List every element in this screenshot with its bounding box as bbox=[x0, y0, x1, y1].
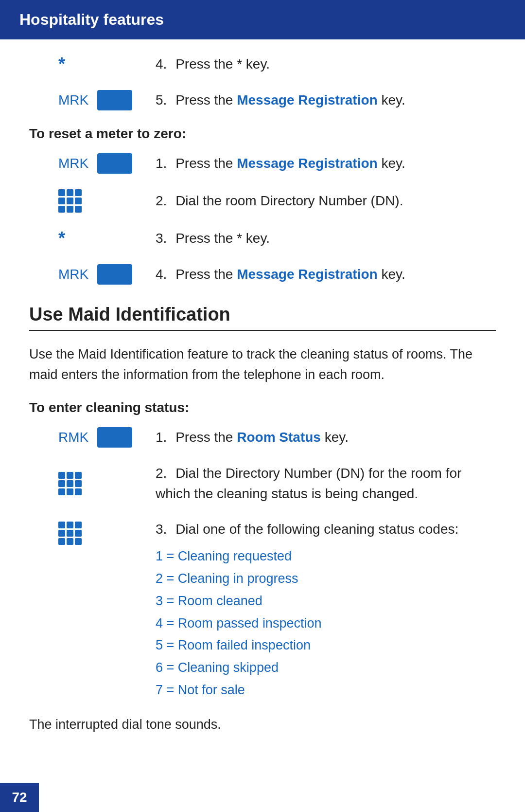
cleaning-icon-3 bbox=[29, 522, 156, 545]
step-text-4: 4. Press the * key. bbox=[156, 54, 496, 73]
reset-step-3: * 3. Press the * key. bbox=[29, 228, 496, 249]
reset-number-2: 2. bbox=[156, 193, 167, 208]
cleaning-heading: To enter cleaning status: bbox=[29, 400, 496, 415]
page-number: 72 bbox=[12, 790, 27, 805]
mrk-label-r4: MRK bbox=[58, 267, 88, 282]
main-content: * 4. Press the * key. MRK 5. Press the M… bbox=[0, 54, 525, 761]
reset-text-4: 4. Press the Message Registration key. bbox=[156, 265, 496, 284]
reset-text-2: 2. Dial the room Directory Number (DN). bbox=[156, 191, 496, 210]
cleaning-number-2: 2. bbox=[156, 466, 167, 481]
cleaning-step-1: RMK 1. Press the Room Status key. bbox=[29, 427, 496, 448]
reset-number-1: 1. bbox=[156, 156, 167, 171]
reset-icon-3: * bbox=[29, 228, 156, 249]
room-status-bold: Room Status bbox=[237, 430, 321, 445]
cleaning-text-2: 2. Dial the Directory Number (DN) for th… bbox=[156, 463, 496, 504]
step-row-star-4: * 4. Press the * key. bbox=[29, 54, 496, 74]
status-item-7: 7 = Not for sale bbox=[156, 679, 496, 702]
step-number-4: 4. bbox=[156, 56, 167, 72]
step-icon-mrk5: MRK bbox=[29, 90, 156, 110]
reset-step-2: 2. Dial the room Directory Number (DN). bbox=[29, 189, 496, 213]
status-code-list: 1 = Cleaning requested 2 = Cleaning in p… bbox=[156, 545, 496, 702]
status-item-2: 2 = Cleaning in progress bbox=[156, 568, 496, 590]
star-icon: * bbox=[58, 54, 65, 74]
reset-icon-1: MRK bbox=[29, 153, 156, 174]
status-item-5: 5 = Room failed inspection bbox=[156, 634, 496, 657]
cleaning-icon-2 bbox=[29, 472, 156, 495]
cleaning-text-1: 1. Press the Room Status key. bbox=[156, 428, 496, 447]
blue-button-c1 bbox=[97, 427, 132, 448]
blue-button-r4 bbox=[97, 264, 132, 285]
star-icon-r3: * bbox=[58, 228, 65, 249]
interrupted-tone-text: The interrupted dial tone sounds. bbox=[29, 717, 496, 732]
reset-icon-4: MRK bbox=[29, 264, 156, 285]
cleaning-number-1: 1. bbox=[156, 430, 167, 445]
blue-button-r1 bbox=[97, 153, 132, 174]
keypad-icon-c3 bbox=[58, 522, 82, 545]
reset-heading: To reset a meter to zero: bbox=[29, 126, 496, 142]
maid-main-heading: Use Maid Identification bbox=[29, 304, 496, 331]
mrk-label-r1: MRK bbox=[58, 156, 88, 171]
msg-reg-bold-r1: Message Registration bbox=[237, 156, 377, 171]
cleaning-number-3: 3. bbox=[156, 522, 167, 537]
header-title: Hospitality features bbox=[19, 11, 164, 28]
page-footer: 72 bbox=[0, 783, 39, 812]
reset-step-4: MRK 4. Press the Message Registration ke… bbox=[29, 264, 496, 285]
maid-description: Use the Maid Identification feature to t… bbox=[29, 344, 496, 385]
step-icon-star: * bbox=[29, 54, 156, 74]
keypad-icon-r2 bbox=[58, 189, 82, 213]
status-item-1: 1 = Cleaning requested bbox=[156, 545, 496, 568]
mrk-label-5: MRK bbox=[58, 92, 88, 108]
cleaning-text-3: 3. Dial one of the following cleaning st… bbox=[156, 520, 496, 702]
cleaning-step-3: 3. Dial one of the following cleaning st… bbox=[29, 520, 496, 702]
step-text-5: 5. Press the Message Registration key. bbox=[156, 90, 496, 109]
rmk-label-1: RMK bbox=[58, 430, 88, 445]
blue-button-5 bbox=[97, 90, 132, 110]
msg-reg-bold-r4: Message Registration bbox=[237, 267, 377, 282]
cleaning-step-2: 2. Dial the Directory Number (DN) for th… bbox=[29, 463, 496, 504]
header-bar: Hospitality features bbox=[0, 0, 525, 39]
reset-text-3: 3. Press the * key. bbox=[156, 229, 496, 248]
msg-reg-bold-5: Message Registration bbox=[237, 92, 377, 108]
reset-text-1: 1. Press the Message Registration key. bbox=[156, 154, 496, 173]
status-item-4: 4 = Room passed inspection bbox=[156, 613, 496, 635]
reset-icon-2 bbox=[29, 189, 156, 213]
reset-number-4: 4. bbox=[156, 267, 167, 282]
step-row-mrk-5: MRK 5. Press the Message Registration ke… bbox=[29, 90, 496, 110]
keypad-icon-c2 bbox=[58, 472, 82, 495]
status-item-3: 3 = Room cleaned bbox=[156, 590, 496, 613]
reset-number-3: 3. bbox=[156, 231, 167, 246]
step-number-5: 5. bbox=[156, 92, 167, 108]
cleaning-icon-1: RMK bbox=[29, 427, 156, 448]
status-item-6: 6 = Cleaning skipped bbox=[156, 657, 496, 679]
reset-step-1: MRK 1. Press the Message Registration ke… bbox=[29, 153, 496, 174]
